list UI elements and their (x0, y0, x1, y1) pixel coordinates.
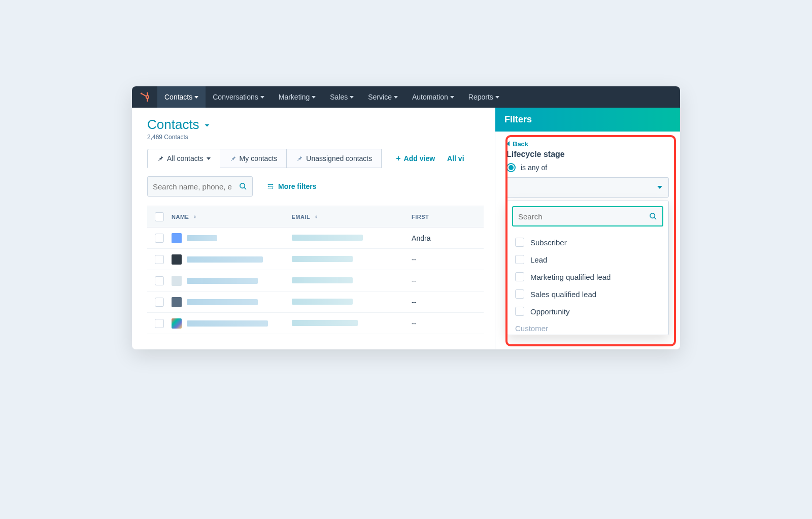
nav-item-contacts[interactable]: Contacts (157, 86, 206, 108)
chevron-down-icon (350, 96, 354, 99)
checkbox-icon (155, 298, 164, 307)
checkbox-icon (515, 272, 524, 281)
cell-name (172, 297, 292, 307)
table-row[interactable]: -- (147, 313, 484, 334)
cell-first: -- (412, 255, 484, 264)
page-title-row[interactable]: Contacts (147, 117, 484, 133)
column-email[interactable]: EMAIL (292, 214, 412, 220)
dropdown-search[interactable] (512, 206, 663, 226)
nav-item-service[interactable]: Service (361, 86, 405, 108)
dd-item-sql[interactable]: Sales qualified lead (512, 285, 663, 303)
cell-name (172, 318, 292, 329)
dropdown-search-input[interactable] (518, 212, 644, 221)
select-trigger[interactable] (506, 177, 669, 198)
table-row[interactable]: -- (147, 249, 484, 270)
tab-my-contacts[interactable]: My contacts (220, 149, 287, 168)
checkbox-icon (155, 276, 164, 285)
search-icon (239, 182, 247, 190)
logo-cell[interactable] (132, 86, 157, 108)
dd-item-opportunity[interactable]: Opportunity (512, 303, 663, 320)
tab-unassigned-contacts[interactable]: Unassigned contacts (287, 149, 382, 168)
redacted-text (187, 320, 268, 327)
option-label: Sales qualified lead (530, 290, 596, 299)
search-icon (649, 212, 657, 220)
svg-point-7 (240, 183, 245, 188)
nav-item-marketing[interactable]: Marketing (272, 86, 323, 108)
back-label: Back (513, 140, 528, 148)
pin-icon (296, 155, 303, 162)
radio-icon (506, 163, 516, 172)
chevron-down-icon (194, 96, 198, 99)
table-row[interactable]: -- (147, 291, 484, 313)
option-label: Marketing qualified lead (530, 273, 611, 281)
dd-item-lead[interactable]: Lead (512, 251, 663, 268)
cell-email (292, 277, 412, 285)
dd-item-mql[interactable]: Marketing qualified lead (512, 268, 663, 285)
avatar (172, 276, 182, 286)
chevron-down-icon (204, 122, 211, 131)
cell-name (172, 254, 292, 265)
row-checkbox[interactable] (147, 298, 172, 307)
nav-label: Service (368, 93, 392, 101)
search-input[interactable] (153, 182, 235, 191)
tab-all-contacts[interactable]: All contacts (147, 149, 220, 168)
table-row[interactable]: Andra (147, 228, 484, 249)
column-name[interactable]: NAME (172, 214, 292, 220)
page-title: Contacts (147, 117, 199, 133)
tab-label: Unassigned contacts (306, 154, 372, 163)
select-all-cell[interactable] (147, 212, 172, 221)
cell-email (292, 319, 412, 328)
cell-name (172, 233, 292, 243)
chevron-down-icon (207, 157, 211, 160)
redacted-text (292, 320, 358, 326)
pin-icon (157, 155, 164, 162)
radio-is-any-of[interactable]: is any of (506, 163, 669, 172)
option-label: Lead (530, 255, 547, 264)
dd-item-subscriber[interactable]: Subscriber (512, 234, 663, 251)
cell-first: -- (412, 319, 484, 328)
redacted-text (292, 256, 353, 262)
content: Contacts 2,469 Contacts All contacts My … (132, 108, 495, 349)
topnav: Contacts Conversations Marketing Sales S… (132, 86, 680, 108)
row-checkbox[interactable] (147, 276, 172, 285)
svg-point-6 (141, 92, 142, 94)
redacted-text (187, 278, 258, 284)
filters-body: Back Lifecycle stage is any of Subscribe… (495, 132, 680, 344)
all-views-link[interactable]: All vi (444, 154, 464, 163)
checkbox-icon (515, 238, 524, 247)
svg-point-11 (272, 187, 273, 188)
row-checkbox[interactable] (147, 234, 172, 243)
nav-label: Automation (412, 93, 448, 101)
chevron-down-icon (495, 96, 499, 99)
row-checkbox[interactable] (147, 255, 172, 264)
cell-first: Andra (412, 234, 484, 242)
toolbar: More filters (147, 176, 484, 197)
checkbox-icon (515, 289, 524, 299)
redacted-text (187, 299, 258, 305)
nav-item-sales[interactable]: Sales (323, 86, 361, 108)
dd-item-truncated: Customer (507, 324, 668, 335)
column-first[interactable]: FIRST (412, 214, 484, 220)
checkbox-icon (155, 255, 164, 264)
table-row[interactable]: -- (147, 270, 484, 291)
filters-panel: Filters Back Lifecycle stage is any of S… (495, 108, 680, 349)
hubspot-logo-icon (139, 91, 150, 103)
option-label: Subscriber (530, 238, 567, 247)
nav-item-reports[interactable]: Reports (461, 86, 506, 108)
svg-point-0 (146, 95, 149, 99)
nav-item-automation[interactable]: Automation (405, 86, 461, 108)
nav-item-conversations[interactable]: Conversations (206, 86, 272, 108)
plus-icon: + (396, 154, 400, 163)
back-link[interactable]: Back (506, 140, 528, 148)
col-label: EMAIL (292, 214, 311, 220)
add-view-button[interactable]: + Add view (382, 154, 444, 163)
chevron-down-icon (394, 96, 398, 99)
main: Contacts 2,469 Contacts All contacts My … (132, 108, 680, 349)
more-filters-button[interactable]: More filters (267, 182, 316, 190)
option-label: Opportunity (530, 307, 570, 316)
tab-label: My contacts (240, 154, 278, 163)
cell-email (292, 255, 412, 264)
search-box[interactable] (147, 176, 253, 197)
row-checkbox[interactable] (147, 319, 172, 328)
chevron-down-icon (260, 96, 264, 99)
